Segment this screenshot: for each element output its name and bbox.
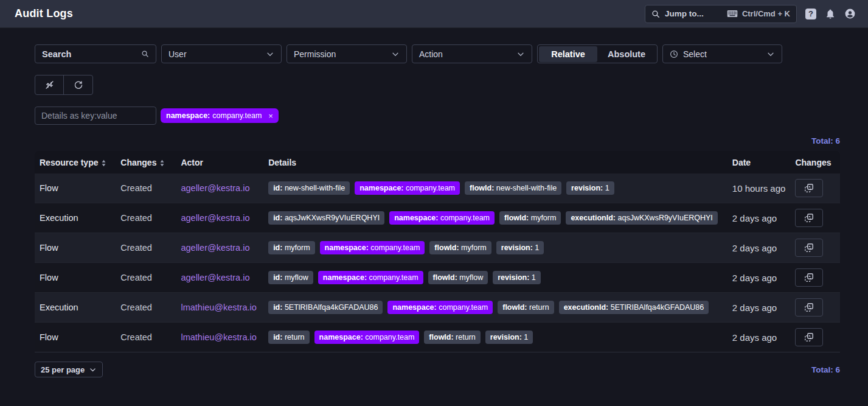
table-row: FlowCreatedageller@kestra.ioid: myformna… [35,233,840,263]
view-changes-button[interactable] [795,328,823,346]
details-cell: id: new-shell-with-filenamespace: compan… [263,173,727,203]
column-header-date: Date [727,151,791,173]
column-header-resource-type[interactable]: Resource type [35,151,116,173]
table-row: ExecutionCreatedageller@kestra.ioid: aqs… [35,203,840,233]
detail-badge: namespace: company.team [355,181,460,195]
date-cell: 2 days ago [727,293,791,323]
detail-badge: revision: 1 [493,271,541,284]
detail-badge: flowId: return [498,301,554,314]
topbar: Audit Logs Jump to... Ctrl/Cmd + K ? [0,0,868,28]
toggle-absolute[interactable]: Absolute [597,46,656,62]
detail-badge: namespace: company.team [314,331,420,344]
account-icon [844,8,856,19]
actor-link[interactable]: ageller@kestra.io [181,213,249,223]
view-changes-button[interactable] [795,298,823,317]
details-filter-input[interactable] [35,107,156,125]
column-header-details: Details [263,151,727,173]
detail-badge: namespace: company.team [389,211,495,225]
column-header-changes[interactable]: Changes [116,151,176,173]
diff-cell [790,233,840,263]
refresh-icon [74,80,83,90]
diff-cell [790,293,840,323]
column-header-changes-diff: Changes [790,151,840,173]
resource-type-cell: Execution [35,293,116,323]
view-changes-button[interactable] [795,209,823,227]
jump-to-search[interactable]: Jump to... Ctrl/Cmd + K [645,5,797,23]
remove-tag-icon[interactable]: × [268,111,273,121]
detail-badge: revision: 1 [566,181,614,195]
actor-cell: lmathieu@kestra.io [176,323,263,352]
table-row: ExecutionCreatedlmathieu@kestra.ioid: 5E… [35,293,840,323]
action-filter-dropdown[interactable]: Action [412,44,532,63]
change-cell: Created [116,263,176,293]
sort-icon[interactable] [159,159,165,167]
date-cell: 2 days ago [727,233,791,263]
diff-icon [804,212,814,223]
detail-badge: id: aqsJwKXwsR9yVIuERQHYI [268,211,384,225]
table-row: FlowCreatedlmathieu@kestra.ioid: returnn… [35,323,840,352]
sort-icon[interactable] [101,159,106,167]
date-cell: 2 days ago [727,203,791,233]
refresh-button[interactable] [64,75,92,94]
details-cell: id: myflownamespace: company.teamflowId:… [263,263,727,293]
actor-cell: ageller@kestra.io [176,203,263,233]
view-changes-button[interactable] [795,179,823,197]
notifications-button[interactable] [825,9,836,19]
diff-cell [790,203,840,233]
diff-cell [790,263,840,293]
table-row: FlowCreatedageller@kestra.ioid: myflowna… [35,263,840,293]
per-page-select[interactable]: 25 per page [35,362,103,377]
toggle-relative[interactable]: Relative [539,46,597,62]
resource-type-cell: Execution [35,203,116,233]
details-cell: id: aqsJwKXwsR9yVIuERQHYInamespace: comp… [263,203,727,233]
detail-badge: revision: 1 [485,331,533,344]
date-cell: 2 days ago [727,323,791,352]
actor-cell: ageller@kestra.io [176,173,263,203]
detail-badge: id: new-shell-with-file [268,181,350,195]
details-cell: id: 5ETlRIBAlfqa4kGFADAU86namespace: com… [263,293,727,323]
detail-badge: revision: 1 [496,241,544,254]
view-changes-button[interactable] [795,239,823,257]
filter-bar: User Permission Action Relative Absolute [35,44,840,63]
actor-cell: ageller@kestra.io [176,233,263,263]
user-filter-dropdown[interactable]: User [161,44,282,63]
chevron-down-icon [766,50,775,58]
actor-link[interactable]: ageller@kestra.io [181,183,249,193]
change-cell: Created [116,233,176,263]
view-changes-button[interactable] [795,268,823,287]
actor-link[interactable]: lmathieu@kestra.io [181,303,256,312]
search-input[interactable] [42,49,141,59]
account-button[interactable] [844,8,856,19]
search-icon [141,50,149,58]
diff-cell [790,323,840,352]
diff-icon [804,242,814,253]
actor-link[interactable]: ageller@kestra.io [181,273,249,282]
actor-link[interactable]: ageller@kestra.io [181,243,249,253]
permission-filter-dropdown[interactable]: Permission [286,44,407,63]
detail-badge: id: myflow [268,271,313,284]
table-toolbar [35,75,93,95]
detail-badge: flowId: myform [499,211,561,225]
time-range-select[interactable]: Select [662,44,782,63]
table-footer: 25 per page Total: 6 [35,362,840,392]
diff-icon [804,332,814,343]
detail-badge: executionId: 5ETlRIBAlfqa4kGFADAU86 [559,301,709,314]
jump-to-shortcut: Ctrl/Cmd + K [742,9,790,18]
change-cell: Created [116,203,176,233]
date-cell: 2 days ago [727,263,791,293]
clock-icon [670,50,678,58]
change-cell: Created [116,173,176,203]
help-icon: ? [805,9,816,19]
chevron-down-icon [516,50,525,58]
actor-link[interactable]: lmathieu@kestra.io [181,332,256,342]
help-button[interactable]: ? [805,9,816,19]
sort-off-icon [44,80,55,90]
detail-badge: id: return [268,331,309,344]
clear-sort-button[interactable] [35,75,64,94]
detail-badge: flowId: myform [429,241,491,254]
detail-badge: flowId: return [424,331,480,344]
audit-logs-table: Resource type Changes Actor Details Date… [35,151,840,352]
main-content: User Permission Action Relative Absolute [0,28,868,392]
detail-badge: namespace: company.team [318,271,423,284]
diff-icon [804,183,814,194]
